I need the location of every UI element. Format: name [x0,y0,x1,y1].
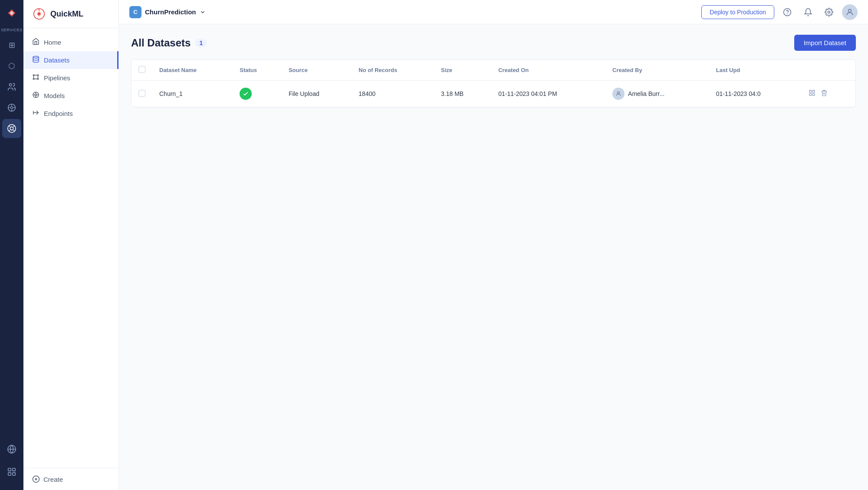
svg-point-22 [33,56,39,58]
svg-point-24 [37,75,39,76]
rail-grid-icon[interactable]: ⊞ [2,36,21,55]
page-title-row: All Datasets 1 [131,37,207,49]
created-on-header: Created On [491,60,605,81]
sidebar-item-home-label: Home [44,39,61,46]
svg-point-25 [33,78,34,79]
svg-rect-50 [813,93,815,95]
svg-point-0 [10,84,12,86]
rail-integrations-icon[interactable] [2,462,21,481]
sidebar-item-endpoints[interactable]: Endpoints [23,105,118,122]
select-all-col [132,60,152,81]
content-area: All Datasets 1 Import Dataset Dataset Na… [119,24,868,490]
sidebar-item-pipelines[interactable]: Pipelines [23,69,118,87]
svg-point-23 [33,75,34,76]
notification-icon-button[interactable] [800,4,816,20]
sidebar-item-endpoints-label: Endpoints [44,110,73,117]
help-icon-button[interactable] [779,4,795,20]
creator-avatar [612,88,625,100]
svg-point-46 [618,92,620,94]
svg-line-11 [13,126,15,127]
sidebar-item-models[interactable]: Models [23,87,118,105]
size-header: Size [434,60,491,81]
source-header: Source [282,60,352,81]
row-checkbox-cell [132,81,152,107]
svg-point-45 [848,9,852,12]
last-updated-cell: 01-11-2023 04:0 [709,81,801,107]
records-cell: 18400 [352,81,434,107]
size-cell: 3.18 MB [434,81,491,107]
svg-rect-15 [8,468,11,471]
sidebar-item-home[interactable]: Home [23,33,118,51]
datasets-icon [32,56,39,65]
row-checkbox[interactable] [138,90,145,97]
svg-point-31 [35,94,36,95]
models-icon [32,91,39,100]
rail-globe-icon[interactable] [2,440,21,459]
sidebar-item-datasets-label: Datasets [44,56,69,64]
dataset-name-cell: Churn_1 [152,81,233,107]
select-all-checkbox[interactable] [138,66,145,73]
svg-rect-18 [13,473,15,475]
table-body: Churn_1 File Upload 18400 [132,81,855,107]
created-by-cell: Amelia Burr... [605,81,709,107]
svg-point-1 [10,106,13,109]
svg-line-10 [13,130,15,132]
svg-rect-17 [8,473,11,475]
created-on-cell: 01-11-2023 04:01 PM [491,81,605,107]
chevron-down-icon [200,9,206,15]
create-label: Create [43,476,63,483]
svg-point-26 [37,78,39,79]
project-avatar: C [129,6,141,18]
table-row: Churn_1 File Upload 18400 [132,81,855,107]
svg-rect-48 [813,90,815,92]
svg-point-44 [828,11,830,13]
sidebar-title: QuickML [50,10,83,19]
sidebar-item-models-label: Models [44,92,65,99]
rail-quickml-icon[interactable] [2,119,21,138]
svg-point-7 [10,127,13,130]
sidebar: QuickML Home Datasets [23,0,119,490]
creator-name: Amelia Burr... [628,90,664,97]
page-title: All Datasets [131,37,191,49]
svg-rect-49 [809,93,812,95]
endpoints-icon [32,109,39,118]
records-header: No of Records [352,60,434,81]
status-cell [233,81,282,107]
dataset-name-header: Dataset Name [152,60,233,81]
svg-rect-47 [809,90,812,92]
status-header: Status [233,60,282,81]
page-header: All Datasets 1 Import Dataset [131,35,856,51]
user-avatar[interactable] [842,4,858,20]
services-label: Services [1,28,22,32]
datasets-table-container: Dataset Name Status Source No of Records… [131,59,856,108]
home-icon [32,38,39,47]
sidebar-item-datasets[interactable]: Datasets [23,51,118,69]
sidebar-create-button[interactable]: Create [23,468,118,490]
sidebar-header: QuickML [23,0,118,28]
status-active-icon [240,88,252,100]
settings-icon-button[interactable] [821,4,837,20]
dataset-count-badge: 1 [195,39,207,47]
actions-cell [801,81,855,107]
rail-chart-icon[interactable]: ⬡ [2,56,21,76]
table-header: Dataset Name Status Source No of Records… [132,60,855,81]
edit-icon[interactable] [808,89,816,99]
source-cell: File Upload [282,81,352,107]
created-by-header: Created By [605,60,709,81]
sidebar-nav: Home Datasets Pipelines [23,28,118,468]
icon-rail: Services ⊞ ⬡ [0,0,23,490]
pipelines-icon [32,73,39,82]
svg-rect-16 [13,468,15,471]
deploy-to-production-button[interactable]: Deploy to Production [701,5,774,19]
import-dataset-button[interactable]: Import Dataset [794,35,856,51]
last-updated-header: Last Upd [709,60,801,81]
sidebar-item-pipelines-label: Pipelines [44,74,70,82]
actions-header [801,60,855,81]
project-selector[interactable]: C ChurnPrediction [129,6,206,18]
project-name: ChurnPrediction [145,8,196,16]
rail-analytics-icon[interactable] [2,98,21,117]
rail-people-icon[interactable] [2,77,21,96]
quickml-logo-icon [32,7,46,21]
delete-icon[interactable] [820,89,829,99]
app-logo [4,5,20,21]
